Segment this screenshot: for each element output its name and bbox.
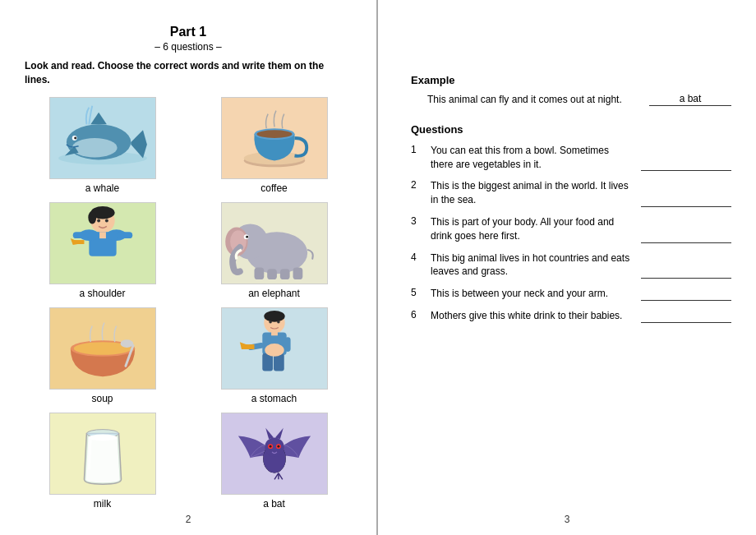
elephant-icon bbox=[222, 203, 327, 284]
svg-point-61 bbox=[269, 445, 271, 447]
svg-rect-18 bbox=[72, 232, 89, 238]
page-number-left: 2 bbox=[186, 514, 191, 525]
question-number: 5 bbox=[411, 287, 422, 298]
svg-marker-4 bbox=[90, 112, 107, 124]
example-row: This animal can fly and it comes out at … bbox=[411, 93, 731, 107]
shoulder-icon bbox=[50, 203, 155, 284]
svg-point-53 bbox=[88, 434, 117, 440]
whale-label: a whale bbox=[85, 182, 119, 194]
example-text: This animal can fly and it comes out at … bbox=[427, 93, 641, 107]
page-number-right: 3 bbox=[565, 514, 570, 525]
page-left: Part 1 – 6 questions – Look and read. Ch… bbox=[0, 0, 378, 535]
example-section: Example This animal can fly and it comes… bbox=[411, 74, 731, 107]
svg-point-23 bbox=[97, 219, 100, 222]
list-item: soup bbox=[25, 307, 180, 404]
soup-icon bbox=[50, 308, 155, 389]
bat-image-box bbox=[221, 413, 328, 495]
question-number: 1 bbox=[411, 144, 422, 155]
list-item: 2 This is the biggest animal in the worl… bbox=[411, 179, 731, 207]
svg-point-49 bbox=[265, 344, 284, 357]
list-item: coffee bbox=[196, 97, 352, 194]
svg-rect-32 bbox=[267, 269, 277, 279]
answer-line bbox=[641, 310, 731, 323]
list-item: an elephant bbox=[196, 202, 352, 299]
question-number: 6 bbox=[411, 309, 422, 321]
svg-rect-19 bbox=[116, 232, 132, 238]
list-item: a whale bbox=[25, 97, 180, 194]
list-item: 4 This big animal lives in hot countries… bbox=[411, 251, 731, 279]
svg-point-7 bbox=[74, 136, 76, 139]
question-text: This is between your neck and your arm. bbox=[431, 287, 633, 301]
milk-label: milk bbox=[94, 498, 111, 510]
list-item: a stomach bbox=[196, 307, 352, 404]
whale-icon bbox=[50, 98, 155, 178]
stomach-label: a stomach bbox=[251, 393, 297, 404]
svg-rect-34 bbox=[293, 267, 302, 279]
soup-label: soup bbox=[91, 393, 113, 404]
svg-rect-31 bbox=[254, 267, 264, 279]
svg-point-24 bbox=[104, 219, 108, 222]
questions-list: 1 You can eat this from a bowl. Sometime… bbox=[411, 144, 731, 323]
stomach-image-box bbox=[221, 307, 328, 390]
list-item: 3 This is part of your body. All your fo… bbox=[411, 215, 731, 243]
instruction: Look and read. Choose the correct words … bbox=[25, 59, 352, 87]
svg-point-14 bbox=[88, 210, 96, 224]
answer-line bbox=[641, 265, 731, 279]
bat-icon bbox=[222, 413, 327, 494]
svg-marker-58 bbox=[274, 427, 283, 439]
coffee-image-box bbox=[221, 97, 328, 179]
soup-image-box bbox=[49, 307, 156, 390]
part-subtitle: – 6 questions – bbox=[25, 41, 352, 53]
question-number: 3 bbox=[411, 215, 422, 227]
part-title: Part 1 bbox=[25, 25, 352, 39]
question-text: Mothers give this white drink to their b… bbox=[431, 309, 633, 323]
list-item: milk bbox=[25, 413, 180, 510]
question-text: This big animal lives in hot countries a… bbox=[431, 251, 633, 279]
list-item: a shoulder bbox=[25, 202, 180, 299]
example-answer: a bat bbox=[649, 93, 731, 106]
svg-marker-57 bbox=[265, 427, 274, 439]
stomach-icon bbox=[222, 308, 327, 389]
svg-rect-21 bbox=[72, 240, 84, 244]
question-text: This is part of your body. All your food… bbox=[431, 215, 633, 243]
svg-point-56 bbox=[265, 437, 284, 457]
svg-point-40 bbox=[264, 311, 284, 322]
question-text: You can eat this from a bowl. Sometimes … bbox=[431, 144, 633, 172]
answer-line bbox=[641, 288, 731, 301]
svg-rect-44 bbox=[284, 337, 290, 352]
page-right: Example This animal can fly and it comes… bbox=[378, 0, 756, 535]
svg-point-30 bbox=[246, 235, 248, 238]
image-grid: a whale bbox=[25, 97, 352, 510]
shoulder-image-box bbox=[49, 202, 156, 284]
svg-point-11 bbox=[256, 130, 292, 138]
svg-rect-48 bbox=[241, 344, 254, 349]
bat-label: a bat bbox=[263, 498, 285, 510]
list-item: 5 This is between your neck and your arm… bbox=[411, 287, 731, 301]
svg-point-62 bbox=[277, 445, 279, 447]
svg-rect-42 bbox=[271, 330, 278, 335]
coffee-label: coffee bbox=[260, 182, 287, 194]
question-text: This is the biggest animal in the world.… bbox=[431, 179, 633, 207]
question-number: 4 bbox=[411, 251, 422, 263]
svg-point-50 bbox=[269, 320, 272, 323]
coffee-icon bbox=[222, 98, 327, 178]
whale-image-box bbox=[49, 97, 156, 179]
answer-line bbox=[641, 230, 731, 243]
answer-line bbox=[641, 194, 731, 207]
book-spread: Part 1 – 6 questions – Look and read. Ch… bbox=[0, 0, 756, 535]
question-number: 2 bbox=[411, 179, 422, 191]
answer-line bbox=[641, 158, 731, 171]
elephant-image-box bbox=[221, 202, 328, 284]
milk-image-box bbox=[49, 413, 156, 495]
svg-rect-33 bbox=[279, 269, 289, 279]
svg-point-2 bbox=[71, 138, 117, 158]
list-item: 6 Mothers give this white drink to their… bbox=[411, 309, 731, 323]
example-label: Example bbox=[411, 74, 731, 86]
elephant-label: an elephant bbox=[248, 288, 300, 299]
milk-icon bbox=[50, 413, 155, 494]
svg-point-51 bbox=[277, 320, 280, 323]
shoulder-label: a shoulder bbox=[79, 288, 125, 299]
questions-label: Questions bbox=[411, 123, 731, 136]
svg-point-37 bbox=[120, 339, 133, 348]
svg-rect-22 bbox=[99, 232, 106, 238]
